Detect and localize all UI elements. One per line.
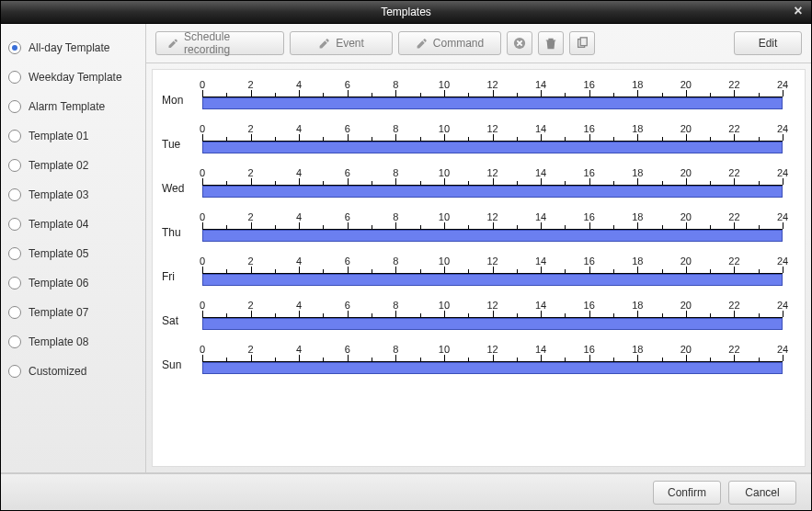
day-label: Sun xyxy=(162,347,202,371)
pencil-icon xyxy=(167,38,178,50)
sidebar-item-template[interactable]: All-day Template xyxy=(6,33,140,62)
hour-tick-label: 16 xyxy=(584,344,595,355)
hour-tick-label: 22 xyxy=(728,79,739,90)
sidebar-item-label: Alarm Template xyxy=(29,100,105,113)
day-timeline[interactable]: 024681012141618202224 xyxy=(202,259,783,287)
hour-tick-label: 6 xyxy=(345,167,350,178)
hour-tick-label: 24 xyxy=(777,211,788,222)
schedule-bar[interactable] xyxy=(202,97,783,109)
hour-tick-label: 20 xyxy=(680,167,692,178)
sidebar-item-template[interactable]: Alarm Template xyxy=(6,92,140,121)
radio-icon xyxy=(8,247,21,260)
hour-tick-label: 14 xyxy=(535,211,546,222)
hour-tick-label: 16 xyxy=(584,300,595,311)
day-timeline[interactable]: 024681012141618202224 xyxy=(202,215,783,243)
day-timeline[interactable]: 024681012141618202224 xyxy=(202,347,783,375)
copy-icon xyxy=(576,37,589,50)
radio-icon xyxy=(8,365,21,378)
sidebar-item-template[interactable]: Template 02 xyxy=(6,151,140,180)
hour-tick-label: 18 xyxy=(632,79,643,90)
day-row: Wed024681012141618202224 xyxy=(162,171,783,199)
day-label: Sat xyxy=(162,303,202,327)
sidebar-item-template[interactable]: Weekday Template xyxy=(6,62,140,92)
hour-tick-label: 22 xyxy=(728,123,739,134)
schedule-bar[interactable] xyxy=(202,142,783,153)
day-timeline[interactable]: 024681012141618202224 xyxy=(202,303,783,331)
svg-rect-2 xyxy=(580,38,587,46)
hour-tick-label: 6 xyxy=(345,211,350,222)
hour-tick-label: 14 xyxy=(535,300,546,311)
schedule-bar[interactable] xyxy=(202,274,783,286)
sidebar-item-template[interactable]: Template 06 xyxy=(6,268,140,298)
sidebar-item-template[interactable]: Template 03 xyxy=(6,180,140,210)
hour-tick-label: 6 xyxy=(345,300,350,311)
hour-tick-label: 16 xyxy=(584,255,595,267)
hour-tick-label: 0 xyxy=(200,211,205,222)
schedule-bar[interactable] xyxy=(202,186,783,198)
content-area: All-day TemplateWeekday TemplateAlarm Te… xyxy=(1,24,811,473)
hour-tick-label: 0 xyxy=(200,79,205,90)
command-button[interactable]: Command xyxy=(398,31,501,55)
day-timeline[interactable]: 024681012141618202224 xyxy=(202,127,783,154)
hour-tick-label: 20 xyxy=(680,79,692,90)
hour-tick-label: 12 xyxy=(486,300,497,311)
sidebar-item-template[interactable]: Template 08 xyxy=(6,327,140,357)
hour-tick-label: 20 xyxy=(680,211,692,222)
day-label: Tue xyxy=(162,127,202,151)
hour-tick-label: 14 xyxy=(535,344,546,355)
hour-tick-label: 20 xyxy=(680,255,692,267)
day-label: Fri xyxy=(162,259,202,283)
sidebar-item-template[interactable]: Template 01 xyxy=(6,121,140,151)
hour-tick-label: 6 xyxy=(345,79,350,90)
close-icon[interactable]: × xyxy=(790,4,806,20)
cancel-label: Cancel xyxy=(745,486,779,499)
hour-tick-label: 6 xyxy=(345,255,350,267)
cancel-button[interactable]: Cancel xyxy=(728,481,796,505)
hour-tick-label: 4 xyxy=(296,167,302,178)
delete-button[interactable] xyxy=(538,31,564,55)
clear-button[interactable] xyxy=(507,31,532,55)
radio-icon xyxy=(8,335,21,348)
sidebar-item-template[interactable]: Template 05 xyxy=(6,239,140,268)
schedule-bar[interactable] xyxy=(202,318,783,330)
hour-tick-label: 10 xyxy=(439,167,450,178)
event-button[interactable]: Event xyxy=(290,31,393,55)
day-timeline[interactable]: 024681012141618202224 xyxy=(202,171,783,199)
hour-tick-label: 14 xyxy=(535,255,546,267)
hour-tick-label: 2 xyxy=(248,255,254,267)
hour-tick-label: 16 xyxy=(584,123,595,134)
hour-tick-label: 2 xyxy=(248,300,254,311)
hour-tick-label: 8 xyxy=(393,300,398,311)
hour-tick-label: 22 xyxy=(728,211,739,222)
hour-tick-label: 0 xyxy=(200,300,205,311)
schedule-bar[interactable] xyxy=(202,230,783,242)
day-timeline[interactable]: 024681012141618202224 xyxy=(202,83,783,110)
main-panel: Schedule recording Event Command xyxy=(146,24,811,472)
sidebar-item-template[interactable]: Customized xyxy=(6,357,140,386)
hour-tick-label: 10 xyxy=(439,123,450,134)
hour-tick-label: 6 xyxy=(345,344,350,355)
radio-icon xyxy=(8,41,21,54)
day-label: Mon xyxy=(162,83,202,107)
edit-button[interactable]: Edit xyxy=(734,31,802,55)
confirm-button[interactable]: Confirm xyxy=(653,481,721,505)
day-row: Mon024681012141618202224 xyxy=(162,83,783,110)
radio-icon xyxy=(8,218,21,231)
sidebar-item-template[interactable]: Template 07 xyxy=(6,298,140,327)
hour-tick-label: 18 xyxy=(632,211,643,222)
radio-icon xyxy=(8,71,21,84)
hour-tick-label: 8 xyxy=(393,211,398,222)
hour-tick-label: 20 xyxy=(680,300,692,311)
copy-button[interactable] xyxy=(569,31,595,55)
schedule-recording-button[interactable]: Schedule recording xyxy=(155,31,284,55)
hour-tick-label: 24 xyxy=(777,344,788,355)
pencil-icon xyxy=(318,38,330,50)
toolbar: Schedule recording Event Command xyxy=(146,24,811,63)
radio-icon xyxy=(8,277,21,290)
schedule-bar[interactable] xyxy=(202,362,783,374)
day-row: Fri024681012141618202224 xyxy=(162,259,783,287)
day-label: Thu xyxy=(162,215,202,239)
hour-tick-label: 4 xyxy=(296,344,302,355)
sidebar-item-template[interactable]: Template 04 xyxy=(6,210,140,239)
hour-tick-label: 0 xyxy=(200,344,205,355)
